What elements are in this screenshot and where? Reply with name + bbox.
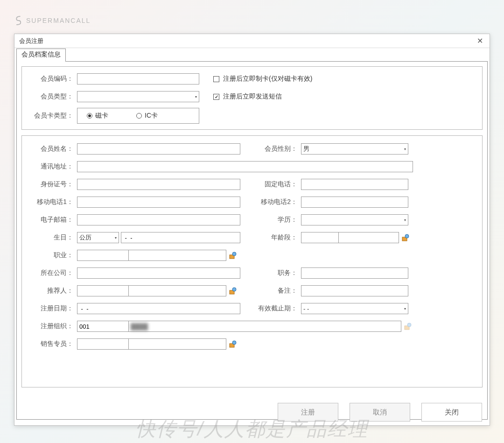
company-input[interactable] bbox=[77, 267, 240, 279]
sales-b-input[interactable] bbox=[128, 338, 226, 350]
chk-send-sms-label: 注册后立即发送短信 bbox=[223, 92, 282, 101]
referrer-a-input[interactable] bbox=[77, 285, 128, 296]
lookup-icon[interactable] bbox=[229, 252, 237, 259]
remark-input[interactable] bbox=[301, 285, 408, 296]
chk-make-card[interactable]: 注册后立即制卡(仅对磁卡有效) bbox=[213, 75, 312, 83]
chevron-down-icon: ▾ bbox=[194, 95, 198, 99]
address-label: 通讯地址： bbox=[30, 162, 77, 171]
reg-org-code-input[interactable] bbox=[77, 321, 128, 332]
card-type-radiogroup: 磁卡 IC卡 bbox=[77, 108, 199, 124]
birthday-calendar-select[interactable]: 公历 ▾ bbox=[77, 232, 119, 243]
member-code-input[interactable] bbox=[77, 73, 199, 84]
chk-make-card-label: 注册后立即制卡(仅对磁卡有效) bbox=[223, 75, 312, 83]
svg-point-7 bbox=[407, 323, 411, 327]
birthday-label: 生日： bbox=[30, 233, 77, 242]
card-type-label: 会员卡类型： bbox=[30, 112, 77, 120]
radio-magnetic[interactable]: 磁卡 bbox=[87, 112, 108, 120]
email-input[interactable] bbox=[77, 214, 240, 225]
email-label: 电子邮箱： bbox=[30, 216, 77, 224]
fixed-phone-input[interactable] bbox=[301, 179, 408, 190]
referrer-b-input[interactable] bbox=[128, 285, 226, 296]
referrer-pair bbox=[77, 285, 226, 296]
idnum-label: 身份证号： bbox=[30, 180, 77, 189]
mobile2-label: 移动电话2： bbox=[254, 198, 301, 206]
member-type-select[interactable]: ▾ bbox=[77, 91, 199, 102]
idnum-input[interactable] bbox=[77, 179, 240, 190]
registration-window: 会员注册 ✕ 会员档案信息 会员编码： 注册后立即制卡(仅对磁卡有效) 会员类型… bbox=[14, 34, 490, 426]
lookup-icon[interactable] bbox=[229, 340, 237, 348]
chevron-down-icon: ▾ bbox=[403, 307, 407, 311]
position-input[interactable] bbox=[301, 267, 408, 279]
logo-icon bbox=[14, 15, 22, 26]
mobile1-label: 移动电话1： bbox=[30, 198, 77, 206]
gender-label: 会员性别： bbox=[254, 145, 301, 153]
occupation-label: 职业： bbox=[30, 251, 77, 260]
address-input[interactable] bbox=[77, 161, 413, 172]
member-code-label: 会员编码： bbox=[30, 75, 77, 83]
member-type-label: 会员类型： bbox=[30, 92, 77, 101]
sales-label: 销售专员： bbox=[30, 340, 77, 348]
titlebar: 会员注册 ✕ bbox=[14, 34, 490, 48]
occupation-pair bbox=[77, 250, 226, 261]
chevron-down-icon: ▾ bbox=[403, 218, 407, 222]
brand-logo: SUPERMANCALL bbox=[14, 15, 91, 26]
age-range-pair bbox=[301, 232, 399, 243]
radio-ic[interactable]: IC卡 bbox=[136, 112, 158, 120]
svg-point-3 bbox=[232, 252, 236, 256]
sales-pair bbox=[77, 338, 226, 350]
age-range-a-input[interactable] bbox=[301, 232, 338, 243]
tabbar: 会员档案信息 bbox=[14, 48, 490, 61]
reg-org-label: 注册组织： bbox=[30, 322, 77, 330]
svg-point-9 bbox=[232, 341, 236, 345]
sales-a-input[interactable] bbox=[77, 338, 128, 350]
name-input[interactable] bbox=[77, 143, 240, 155]
reg-org-name-display: ████ bbox=[128, 321, 401, 332]
window-title: 会员注册 bbox=[19, 37, 43, 45]
occupation-a-input[interactable] bbox=[77, 250, 128, 261]
age-range-b-input[interactable] bbox=[338, 232, 399, 243]
footer-buttons: 注册 取消 关闭 bbox=[278, 403, 482, 422]
reg-date-input[interactable] bbox=[77, 303, 240, 314]
position-label: 职务： bbox=[254, 269, 301, 277]
birthday-date-input[interactable] bbox=[121, 232, 240, 243]
radio-icon bbox=[136, 113, 142, 119]
checkbox-icon: ✓ bbox=[213, 94, 219, 100]
checkbox-icon bbox=[213, 76, 219, 82]
lookup-icon[interactable] bbox=[404, 323, 412, 330]
lookup-icon[interactable] bbox=[229, 287, 237, 295]
age-range-label: 年龄段： bbox=[254, 233, 301, 242]
mobile1-input[interactable] bbox=[77, 197, 240, 208]
fixed-phone-label: 固定电话： bbox=[254, 180, 301, 189]
education-label: 学历： bbox=[254, 216, 301, 224]
chevron-down-icon: ▾ bbox=[114, 236, 118, 240]
remark-label: 备注： bbox=[254, 287, 301, 295]
cancel-button[interactable]: 取消 bbox=[350, 403, 410, 422]
panel: 会员编码： 注册后立即制卡(仅对磁卡有效) 会员类型： ▾ ✓ 注册后立即发送短… bbox=[16, 61, 488, 420]
referrer-label: 推荐人： bbox=[30, 287, 77, 295]
chevron-down-icon: ▾ bbox=[403, 147, 407, 151]
reg-date-label: 注册日期： bbox=[30, 304, 77, 313]
close-button[interactable]: 关闭 bbox=[421, 403, 482, 422]
group-main: 会员姓名： 会员性别： 男 ▾ 通讯地址： 身份证号： bbox=[21, 135, 483, 387]
brand-text: SUPERMANCALL bbox=[26, 17, 91, 24]
education-select[interactable]: ▾ bbox=[301, 214, 408, 225]
svg-point-1 bbox=[405, 234, 409, 238]
gender-select[interactable]: 男 ▾ bbox=[301, 143, 408, 155]
register-button[interactable]: 注册 bbox=[278, 403, 338, 422]
lookup-icon[interactable] bbox=[402, 234, 409, 241]
mobile2-input[interactable] bbox=[301, 197, 408, 208]
chk-send-sms[interactable]: ✓ 注册后立即发送短信 bbox=[213, 92, 282, 101]
expire-select[interactable]: - - ▾ bbox=[301, 303, 408, 314]
company-label: 所在公司： bbox=[30, 269, 77, 277]
svg-point-5 bbox=[232, 288, 236, 291]
radio-icon bbox=[87, 113, 92, 119]
occupation-b-input[interactable] bbox=[128, 250, 226, 261]
tab-profile[interactable]: 会员档案信息 bbox=[16, 49, 66, 62]
close-icon[interactable]: ✕ bbox=[474, 35, 486, 46]
group-top: 会员编码： 注册后立即制卡(仅对磁卡有效) 会员类型： ▾ ✓ 注册后立即发送短… bbox=[21, 66, 483, 130]
name-label: 会员姓名： bbox=[30, 145, 77, 153]
reg-org-pair: ████ bbox=[77, 321, 401, 332]
expire-label: 有效截止期： bbox=[254, 304, 301, 313]
